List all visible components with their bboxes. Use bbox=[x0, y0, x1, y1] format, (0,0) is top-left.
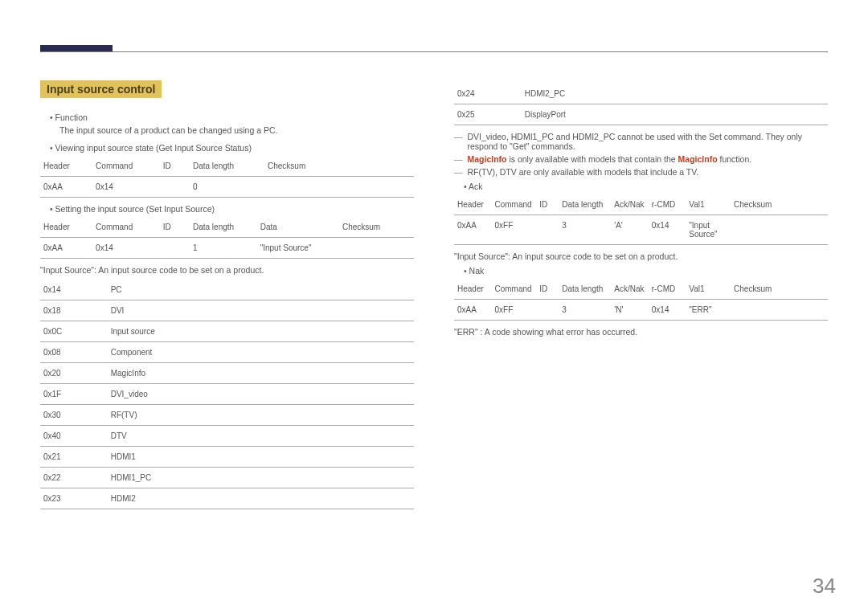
th: Checksum bbox=[264, 156, 414, 177]
th: Data length bbox=[559, 279, 611, 300]
td: 0x20 bbox=[40, 363, 108, 384]
table-row: 0x25DisplayPort bbox=[454, 104, 828, 125]
table-row: 0x20MagicInfo bbox=[40, 363, 414, 384]
th: Checksum bbox=[339, 217, 414, 238]
td: 0x14 bbox=[92, 177, 160, 198]
nak-table: Header Command ID Data length Ack/Nak r-… bbox=[454, 279, 828, 321]
th: Command bbox=[492, 279, 537, 300]
table-row: 0x40DTV bbox=[40, 426, 414, 447]
th: Command bbox=[92, 217, 160, 238]
note-dvi: DVI_video, HDMI1_PC and HDMI2_PC cannot … bbox=[454, 132, 828, 151]
ack-caption: "Input Source": An input source code to … bbox=[454, 251, 828, 261]
td: 0x18 bbox=[40, 300, 108, 321]
td: 0x25 bbox=[454, 104, 522, 125]
th: r-CMD bbox=[649, 279, 686, 300]
th: Checksum bbox=[731, 194, 828, 215]
section-title: Input source control bbox=[40, 80, 162, 98]
td: 0x21 bbox=[40, 447, 108, 468]
header-rule bbox=[40, 51, 828, 52]
td: 0x30 bbox=[40, 405, 108, 426]
ack-table: Header Command ID Data length Ack/Nak r-… bbox=[454, 194, 828, 245]
magicinfo-term: MagicInfo bbox=[678, 154, 718, 164]
td: 0x0C bbox=[40, 321, 108, 342]
td: HDMI2 bbox=[108, 488, 414, 509]
th: Ack/Nak bbox=[611, 194, 649, 215]
function-desc: The input source of a product can be cha… bbox=[59, 125, 414, 135]
th: Val1 bbox=[686, 194, 731, 215]
td: 0x14 bbox=[40, 280, 108, 300]
td: 0x40 bbox=[40, 426, 108, 447]
td bbox=[536, 300, 559, 321]
table-row: 0x23HDMI2 bbox=[40, 488, 414, 509]
table-row: 0x22HDMI1_PC bbox=[40, 468, 414, 488]
td: 0x22 bbox=[40, 468, 108, 488]
view-label: Viewing input source state (Get Input So… bbox=[50, 143, 414, 153]
td: 0xAA bbox=[454, 215, 492, 245]
td: "Input Source" bbox=[257, 238, 339, 259]
td bbox=[536, 215, 559, 245]
td: MagicInfo bbox=[108, 363, 414, 384]
td: 0x08 bbox=[40, 342, 108, 363]
td: 3 bbox=[559, 215, 611, 245]
th: Header bbox=[454, 279, 492, 300]
table-row: 0x1FDVI_video bbox=[40, 384, 414, 405]
page-number: 34 bbox=[813, 574, 836, 599]
table-row: 0x14PC bbox=[40, 280, 414, 300]
th: ID bbox=[160, 217, 190, 238]
table-row: 0x21HDMI1 bbox=[40, 447, 414, 468]
th: r-CMD bbox=[649, 194, 686, 215]
right-column: 0x24HDMI2_PC0x25DisplayPort DVI_video, H… bbox=[454, 80, 828, 516]
td: 0x14 bbox=[649, 300, 686, 321]
th: ID bbox=[536, 279, 559, 300]
th: Data length bbox=[559, 194, 611, 215]
get-table: Header Command ID Data length Checksum 0… bbox=[40, 156, 414, 198]
left-column: Input source control Function The input … bbox=[40, 80, 414, 516]
th: Data length bbox=[190, 156, 264, 177]
td: HDMI1 bbox=[108, 447, 414, 468]
td: RF(TV) bbox=[108, 405, 414, 426]
td: 0xFF bbox=[492, 300, 537, 321]
th: Data length bbox=[190, 217, 257, 238]
td bbox=[731, 300, 828, 321]
td: 3 bbox=[559, 300, 611, 321]
table-row: 0x24HDMI2_PC bbox=[454, 84, 828, 104]
th: Checksum bbox=[731, 279, 828, 300]
content-columns: Input source control Function The input … bbox=[40, 80, 828, 516]
td: 0xFF bbox=[492, 215, 537, 245]
td: "ERR" bbox=[686, 300, 731, 321]
td: 0x1F bbox=[40, 384, 108, 405]
td: DTV bbox=[108, 426, 414, 447]
magicinfo-term: MagicInfo bbox=[468, 154, 507, 164]
set-label: Setting the input source (Set Input Sour… bbox=[50, 204, 414, 214]
table-row: 0x08Component bbox=[40, 342, 414, 363]
td: 'N' bbox=[611, 300, 649, 321]
th: Val1 bbox=[686, 279, 731, 300]
td: 1 bbox=[190, 238, 257, 259]
td: DVI bbox=[108, 300, 414, 321]
codes-caption: "Input Source": An input source code to … bbox=[40, 265, 414, 275]
note-magicinfo: MagicInfo is only available with models … bbox=[454, 154, 828, 164]
td bbox=[731, 215, 828, 245]
td: DisplayPort bbox=[522, 104, 828, 125]
td bbox=[339, 238, 414, 259]
th: Header bbox=[40, 217, 92, 238]
th: Header bbox=[454, 194, 492, 215]
td: HDMI1_PC bbox=[108, 468, 414, 488]
header-accent-bar bbox=[40, 45, 113, 51]
th: Command bbox=[92, 156, 160, 177]
td: DVI_video bbox=[108, 384, 414, 405]
td: PC bbox=[108, 280, 414, 300]
codes-table-left: 0x14PC0x18DVI0x0CInput source0x08Compone… bbox=[40, 280, 414, 509]
th: Data bbox=[257, 217, 339, 238]
page: Input source control Function The input … bbox=[0, 0, 868, 613]
th: ID bbox=[536, 194, 559, 215]
td: 0x14 bbox=[649, 215, 686, 245]
td: HDMI2_PC bbox=[522, 84, 828, 104]
table-row: 0x0CInput source bbox=[40, 321, 414, 342]
td: 0x23 bbox=[40, 488, 108, 509]
td bbox=[160, 238, 190, 259]
codes-table-right: 0x24HDMI2_PC0x25DisplayPort bbox=[454, 84, 828, 125]
nak-label: Nak bbox=[464, 266, 828, 276]
td: 0xAA bbox=[40, 177, 92, 198]
table-row: 0x18DVI bbox=[40, 300, 414, 321]
